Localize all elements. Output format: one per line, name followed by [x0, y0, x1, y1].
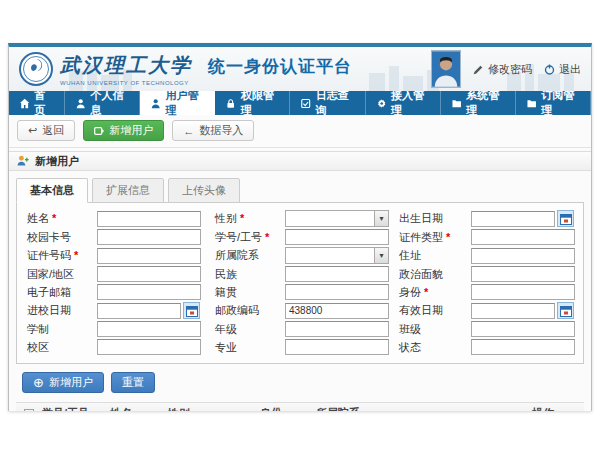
valid-date-input[interactable] [471, 303, 555, 319]
email-input[interactable] [97, 284, 201, 300]
power-icon [544, 64, 555, 75]
tab-upload-avatar[interactable]: 上传头像 [168, 178, 240, 203]
col-department: 所属院系 [316, 406, 532, 411]
submit-add-user-button[interactable]: ⊕ 新增用户 [22, 372, 104, 393]
user-avatar[interactable] [431, 50, 461, 88]
id-type-input[interactable] [471, 229, 575, 245]
platform-title: 统一身份认证平台 [208, 55, 352, 78]
name-input[interactable] [97, 211, 201, 227]
nav-label: 首页 [34, 88, 53, 118]
address-input[interactable] [471, 248, 575, 264]
nav-tab-user-management[interactable]: 用户管理 [140, 91, 215, 115]
calendar-icon[interactable] [557, 210, 574, 227]
system-folder-icon [452, 98, 461, 109]
basic-info-panel: 姓名* 性别* ▾ 出生日期 校园卡号 学号/工号* 证件类型* 证件号码* 所… [16, 202, 584, 364]
home-icon [20, 98, 29, 109]
field-label-id-type: 证件类型* [399, 230, 463, 245]
add-user-toolbar-button[interactable]: 新增用户 [83, 120, 164, 141]
nav-tab-permission-management[interactable]: 权限管理 [215, 91, 290, 115]
university-name-en: WUHAN UNIVERSITY OF TECHNOLOGY [60, 80, 352, 86]
nav-tab-personal-info[interactable]: 个人信息 [65, 91, 140, 115]
university-name: 武汉理工大学 [60, 52, 192, 79]
country-input[interactable] [97, 266, 201, 282]
select-all-checkbox[interactable] [24, 409, 34, 412]
data-import-button[interactable]: ← 数据导入 [172, 120, 254, 141]
field-label-student-id: 学号/工号* [215, 230, 277, 245]
political-status-input[interactable] [471, 266, 575, 282]
change-password-label: 修改密码 [488, 62, 532, 77]
tab-basic-info[interactable]: 基本信息 [16, 178, 88, 203]
field-label-campus-card: 校园卡号 [27, 230, 89, 245]
class-input[interactable] [471, 321, 575, 337]
entry-date-input[interactable] [97, 303, 181, 319]
app-header: 武汉理工大学 统一身份认证平台 WUHAN UNIVERSITY OF TECH… [9, 47, 591, 91]
postal-code-input[interactable] [285, 303, 389, 319]
grade-input[interactable] [285, 321, 389, 337]
add-user-label: 新增用户 [109, 123, 153, 138]
user-manage-icon [151, 98, 160, 109]
campus-card-input[interactable] [97, 229, 201, 245]
tab-extended-info[interactable]: 扩展信息 [92, 178, 164, 203]
ethnicity-input[interactable] [285, 266, 389, 282]
nav-tab-system-management[interactable]: 系统管理 [441, 91, 516, 115]
required-marker: * [265, 231, 269, 243]
nav-label: 系统管理 [466, 88, 504, 118]
main-nav: 首页 个人信息 用户管理 权限管理 日志查询 接入管理 系统管理 订阅管理 [9, 91, 591, 115]
field-label-status: 状态 [399, 340, 463, 355]
calendar-icon[interactable] [183, 302, 200, 319]
chevron-down-icon: ▾ [374, 211, 388, 226]
required-marker: * [424, 286, 428, 298]
nav-tab-subscription-management[interactable]: 订阅管理 [516, 91, 591, 115]
form-actions: ⊕ 新增用户 重置 [22, 372, 591, 393]
field-label-grade: 年级 [215, 322, 277, 337]
col-identity: 身份 [260, 406, 316, 411]
major-input[interactable] [285, 339, 389, 355]
col-name: 姓名 [110, 406, 168, 411]
calendar-icon[interactable] [557, 302, 574, 319]
status-input[interactable] [471, 339, 575, 355]
field-label-class: 班级 [399, 322, 463, 337]
nav-tab-home[interactable]: 首页 [9, 91, 65, 115]
brand: 武汉理工大学 统一身份认证平台 WUHAN UNIVERSITY OF TECH… [19, 52, 352, 86]
field-label-major: 专业 [215, 340, 277, 355]
field-label-valid-date: 有效日期 [399, 303, 463, 318]
student-id-input[interactable] [285, 229, 389, 245]
required-marker: * [52, 212, 56, 224]
back-button[interactable]: ↩ 返回 [17, 120, 75, 141]
nav-tab-access-management[interactable]: 接入管理 [366, 91, 441, 115]
chevron-down-icon: ▾ [374, 248, 388, 263]
field-label-native-place: 籍贯 [215, 285, 277, 300]
field-label-department: 所属院系 [215, 248, 277, 263]
logout-link[interactable]: 退出 [544, 62, 581, 77]
permission-icon [226, 98, 235, 109]
identity-input[interactable] [471, 284, 575, 300]
reset-button[interactable]: 重置 [111, 372, 155, 393]
field-label-id-number: 证件号码* [27, 248, 89, 263]
change-password-link[interactable]: 修改密码 [473, 62, 532, 77]
schooling-input[interactable] [97, 321, 201, 337]
gender-select[interactable]: ▾ [285, 210, 389, 227]
nav-label: 用户管理 [166, 88, 204, 118]
required-marker: * [74, 249, 78, 261]
data-import-label: 数据导入 [199, 123, 243, 138]
import-arrow-icon: ← [183, 125, 194, 137]
field-label-gender: 性别* [215, 211, 277, 226]
col-gender: 性别 [168, 406, 260, 411]
id-number-input[interactable] [97, 248, 201, 264]
department-select[interactable]: ▾ [285, 247, 389, 264]
col-student-id: 学号/工号 [42, 406, 110, 411]
nav-label: 订阅管理 [541, 88, 579, 118]
field-label-identity: 身份* [399, 285, 463, 300]
campus-input[interactable] [97, 339, 201, 355]
access-gear-icon [377, 98, 386, 109]
content-area: ↩ 返回 新增用户 ← 数据导入 新增用户 [9, 115, 591, 411]
nav-label: 接入管理 [391, 88, 429, 118]
required-marker: * [240, 212, 244, 224]
back-arrow-icon: ↩ [28, 124, 37, 137]
birth-date-input[interactable] [471, 211, 555, 227]
field-label-address: 住址 [399, 248, 463, 263]
native-place-input[interactable] [285, 284, 389, 300]
reset-label: 重置 [122, 375, 144, 390]
nav-tab-log-query[interactable]: 日志查询 [290, 91, 365, 115]
field-label-schooling: 学制 [27, 322, 89, 337]
